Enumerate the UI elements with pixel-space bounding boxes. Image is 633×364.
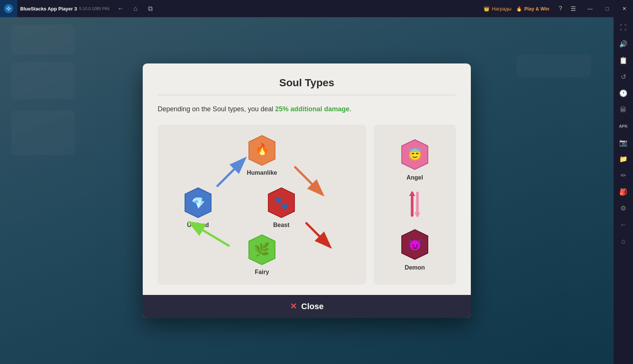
fairy-item: 🌿 Fairy (245, 233, 279, 276)
window-controls: — □ ✕ (581, 0, 633, 17)
svg-point-1 (7, 7, 10, 10)
bidirectional-arrows (405, 189, 424, 219)
sidebar-back-btn[interactable]: ← (616, 217, 631, 232)
sidebar-clipboard-btn[interactable]: 📋 (616, 53, 631, 68)
cycle-container: 🔥 Humanlike 🐾 (165, 134, 359, 276)
sidebar-settings-btn[interactable]: ⚙ (616, 201, 631, 216)
sidebar-time-btn[interactable]: 🕐 (616, 86, 631, 101)
description-suffix: . (349, 105, 351, 113)
dialog-description: Depending on the Soul types, you deal 25… (158, 104, 456, 114)
sidebar-folder-btn[interactable]: 📁 (616, 152, 631, 167)
description-prefix: Depending on the Soul types, you deal (158, 105, 275, 113)
playnwin-label: Play & Win (524, 6, 549, 12)
arrow-undead-to-humanlike (214, 156, 251, 190)
soul-types-dialog: Soul Types Depending on the Soul types, … (143, 63, 471, 318)
sidebar-edit-btn[interactable]: ✏ (616, 168, 631, 183)
sidebar-rotate-btn[interactable]: ↺ (616, 69, 631, 84)
home-button[interactable]: ⌂ (130, 3, 141, 14)
minimize-button[interactable]: — (581, 0, 599, 17)
playnwin-button[interactable]: 🔥 Play & Win (516, 6, 549, 12)
close-label: Close (301, 302, 324, 311)
menu-button[interactable]: ☰ (568, 3, 578, 14)
main-area: Soul Types Depending on the Soul types, … (0, 17, 614, 364)
rewards-label: Награды (492, 6, 512, 12)
svg-text:😇: 😇 (408, 148, 422, 162)
back-button[interactable]: ← (115, 3, 126, 14)
dialog-title: Soul Types (158, 77, 456, 89)
close-x-icon: ✕ (290, 302, 297, 311)
humanlike-label: Humanlike (247, 169, 277, 176)
demon-label: Demon (405, 264, 425, 271)
svg-marker-19 (414, 212, 420, 218)
app-version: 5.10.0.1085 P64 (79, 6, 109, 11)
arrow-fairy-to-undead (188, 220, 232, 249)
dialog-footer: ✕ Close (143, 295, 471, 318)
playnwin-icon: 🔥 (516, 6, 522, 12)
svg-line-10 (217, 160, 244, 186)
svg-text:🔥: 🔥 (255, 143, 269, 156)
titlebar: BlueStacks App Player 3 5.10.0.1085 P64 … (0, 0, 633, 17)
description-highlight: 25% additional damage (275, 105, 349, 113)
beast-label: Beast (273, 222, 290, 228)
nav-buttons: ← ⌂ ⧉ (115, 3, 156, 14)
undead-icon: 💎 (181, 186, 215, 220)
sidebar-apk-btn[interactable]: APK (616, 119, 631, 134)
sidebar-expand-btn[interactable]: ⛶ (616, 20, 631, 35)
right-sidebar: ⛶ 🔊 📋 ↺ 🕐 🏛 APK 📷 📁 ✏ 🎒 ⚙ ← ⌂ (614, 17, 633, 364)
svg-text:🐾: 🐾 (274, 195, 290, 210)
sidebar-store-btn[interactable]: 🏛 (616, 102, 631, 117)
angel-icon: 😇 (398, 138, 432, 171)
demon-item: 😈 Demon (398, 228, 432, 271)
svg-text:😈: 😈 (408, 238, 422, 252)
soul-cycle-panel: 🔥 Humanlike 🐾 (158, 125, 366, 284)
soul-panels: 🔥 Humanlike 🐾 (158, 125, 456, 284)
sidebar-bag-btn[interactable]: 🎒 (616, 184, 631, 199)
rewards-icon: 👑 (484, 6, 490, 12)
help-button[interactable]: ? (555, 3, 566, 14)
svg-line-13 (191, 223, 229, 246)
app-logo (0, 0, 17, 17)
sidebar-home-btn[interactable]: ⌂ (616, 234, 631, 249)
close-window-button[interactable]: ✕ (616, 0, 633, 17)
svg-text:💎: 💎 (191, 196, 205, 210)
dialog-divider (158, 95, 456, 95)
demon-icon: 😈 (398, 228, 432, 261)
fairy-label: Fairy (255, 269, 269, 276)
angel-label: Angel (407, 174, 423, 181)
app-name: BlueStacks App Player 3 (20, 6, 77, 12)
sidebar-camera-btn[interactable]: 📷 (616, 135, 631, 150)
svg-marker-17 (409, 191, 415, 196)
dialog-body: Soul Types Depending on the Soul types, … (143, 63, 471, 295)
close-button[interactable]: ✕ Close (290, 302, 324, 311)
sidebar-sound-btn[interactable]: 🔊 (616, 37, 631, 52)
arrow-humanlike-to-beast (291, 164, 329, 197)
dialog-overlay: Soul Types Depending on the Soul types, … (0, 17, 614, 364)
titlebar-actions: ? ☰ (555, 3, 578, 14)
svg-text:🌿: 🌿 (254, 242, 270, 257)
rewards-button[interactable]: 👑 Награды (484, 6, 512, 12)
maximize-button[interactable]: □ (599, 0, 616, 17)
arrow-beast-to-fairy (303, 220, 336, 249)
multi-button[interactable]: ⧉ (145, 3, 156, 14)
soul-angel-demon-panel: 😇 Angel (374, 125, 456, 284)
svg-line-12 (306, 223, 329, 246)
arrows-angel-demon (405, 189, 424, 219)
svg-line-11 (295, 167, 321, 193)
fairy-icon: 🌿 (245, 233, 279, 267)
angel-item: 😇 Angel (398, 138, 432, 181)
